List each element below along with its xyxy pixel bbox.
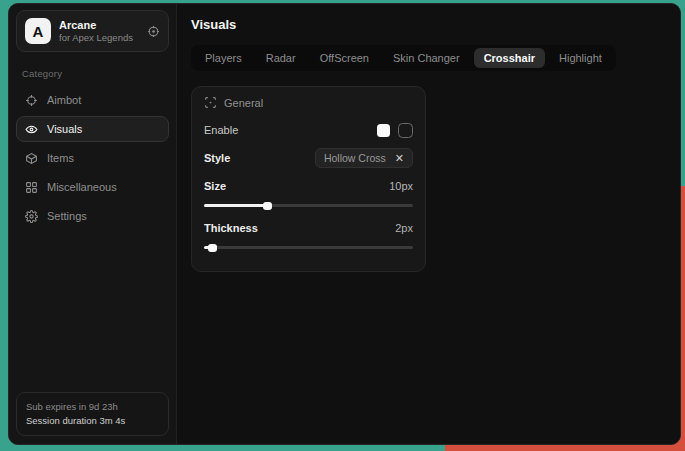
close-icon[interactable]: ✕ bbox=[395, 153, 404, 164]
size-row: Size 10px bbox=[204, 175, 413, 197]
enable-keybind-box[interactable] bbox=[398, 123, 413, 138]
subscription-info-card: Sub expires in 9d 23h Session duration 3… bbox=[16, 392, 169, 436]
style-row: Style Hollow Cross ✕ bbox=[204, 147, 413, 169]
sidebar-item-label: Visuals bbox=[47, 123, 82, 135]
app-window: A Arcane for Apex Legends Category bbox=[8, 3, 681, 445]
thickness-value: 2px bbox=[395, 222, 413, 234]
sidebar-item-label: Miscellaneous bbox=[47, 181, 117, 193]
sidebar: A Arcane for Apex Legends Category bbox=[9, 4, 177, 444]
target-icon[interactable] bbox=[147, 25, 160, 38]
enable-row: Enable bbox=[204, 119, 413, 141]
general-panel: General Enable Style Hollow Cross ✕ Size bbox=[191, 86, 426, 272]
crosshair-icon bbox=[25, 94, 38, 107]
thickness-row: Thickness 2px bbox=[204, 217, 413, 239]
sidebar-item-settings[interactable]: Settings bbox=[16, 203, 169, 229]
style-value: Hollow Cross bbox=[324, 152, 386, 164]
size-slider-fill bbox=[204, 204, 267, 207]
layout-icon bbox=[25, 181, 38, 194]
thickness-slider-thumb[interactable] bbox=[208, 244, 217, 252]
tab-offscreen[interactable]: OffScreen bbox=[310, 48, 379, 68]
panel-header: General bbox=[204, 96, 413, 109]
visuals-tabbar: Players Radar OffScreen Skin Changer Cro… bbox=[191, 45, 616, 71]
size-value: 10px bbox=[389, 180, 413, 192]
thickness-slider-block: Thickness 2px bbox=[204, 217, 413, 249]
session-duration-text: Session duration 3m 4s bbox=[26, 414, 159, 428]
main-content: Visuals Players Radar OffScreen Skin Cha… bbox=[177, 4, 680, 444]
brand-title: Arcane bbox=[59, 19, 139, 32]
page-title: Visuals bbox=[191, 17, 666, 32]
enable-label: Enable bbox=[204, 124, 238, 136]
size-slider-thumb[interactable] bbox=[263, 202, 272, 210]
panel-title: General bbox=[224, 97, 263, 109]
eye-icon bbox=[25, 123, 38, 136]
brand-card: A Arcane for Apex Legends bbox=[16, 10, 169, 52]
style-select[interactable]: Hollow Cross ✕ bbox=[315, 148, 413, 168]
sidebar-item-label: Aimbot bbox=[47, 94, 81, 106]
gear-icon bbox=[25, 210, 38, 223]
sidebar-item-miscellaneous[interactable]: Miscellaneous bbox=[16, 174, 169, 200]
sidebar-nav: Aimbot Visuals Items bbox=[16, 87, 169, 229]
thickness-label: Thickness bbox=[204, 222, 258, 234]
box-icon bbox=[25, 152, 38, 165]
size-slider[interactable] bbox=[204, 204, 413, 207]
brand-logo: A bbox=[25, 18, 51, 44]
sidebar-item-items[interactable]: Items bbox=[16, 145, 169, 171]
style-label: Style bbox=[204, 152, 230, 164]
tab-radar[interactable]: Radar bbox=[256, 48, 306, 68]
brand-text: Arcane for Apex Legends bbox=[59, 19, 139, 44]
sidebar-item-visuals[interactable]: Visuals bbox=[16, 116, 169, 142]
scan-crosshair-icon bbox=[204, 96, 217, 109]
tab-crosshair[interactable]: Crosshair bbox=[474, 48, 545, 68]
brand-subtitle: for Apex Legends bbox=[59, 32, 139, 44]
thickness-slider[interactable] bbox=[204, 246, 413, 249]
enable-checkbox[interactable] bbox=[377, 124, 390, 137]
sidebar-item-label: Items bbox=[47, 152, 74, 164]
sidebar-item-label: Settings bbox=[47, 210, 87, 222]
size-label: Size bbox=[204, 180, 226, 192]
category-label: Category bbox=[22, 68, 169, 79]
tab-skin-changer[interactable]: Skin Changer bbox=[383, 48, 470, 68]
tab-highlight[interactable]: Highlight bbox=[549, 48, 612, 68]
tab-players[interactable]: Players bbox=[195, 48, 252, 68]
sidebar-item-aimbot[interactable]: Aimbot bbox=[16, 87, 169, 113]
enable-controls bbox=[377, 123, 413, 138]
sub-expires-text: Sub expires in 9d 23h bbox=[26, 400, 159, 414]
size-slider-block: Size 10px bbox=[204, 175, 413, 207]
